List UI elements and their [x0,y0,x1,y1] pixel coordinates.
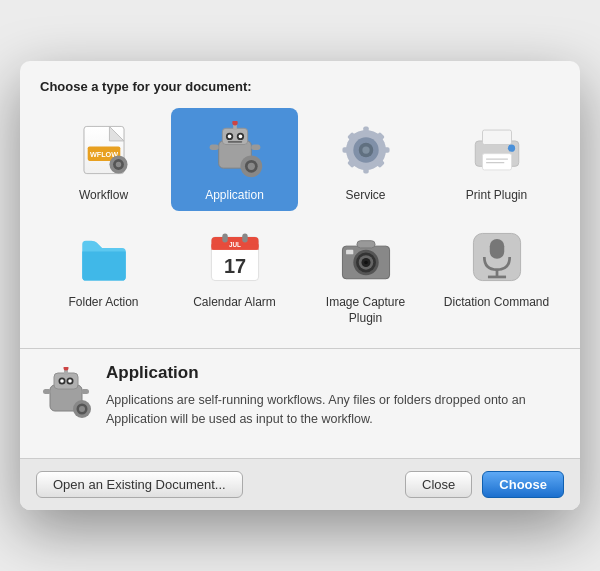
footer-right-buttons: Close Choose [405,471,564,498]
desc-title: Application [106,363,560,383]
workflow-icon-area: WFLOW [72,118,136,182]
svg-rect-26 [342,147,349,152]
grid-item-print-plugin[interactable]: Print Plugin [433,108,560,212]
print-icon [468,121,526,179]
grid-item-calendar-alarm[interactable]: JUL 17 Calendar Alarm [171,215,298,334]
workflow-icon: WFLOW [75,121,133,179]
camera-icon-area [334,225,398,289]
grid-item-image-capture[interactable]: Image Capture Plugin [302,215,429,334]
svg-point-63 [60,380,64,384]
grid-item-dictation[interactable]: Dictation Command [433,215,560,334]
svg-rect-15 [251,144,260,149]
desc-icon-area [40,367,92,419]
prompt-label: Choose a type for your document: [40,79,560,94]
svg-point-37 [507,144,514,151]
dictation-icon [468,228,526,286]
svg-rect-56 [489,239,504,259]
svg-rect-14 [209,144,218,149]
print-plugin-label: Print Plugin [466,188,527,204]
folder-action-label: Folder Action [68,295,138,311]
svg-rect-24 [363,126,368,133]
desc-text: Applications are self-running workflows.… [106,391,560,429]
svg-point-11 [227,134,231,138]
svg-point-12 [238,134,242,138]
folder-icon [75,228,133,286]
svg-point-52 [364,261,368,265]
service-label: Service [345,188,385,204]
document-type-dialog: Choose a type for your document: WFLOW [20,61,580,511]
calendar-icon-area: JUL 17 [203,225,267,289]
svg-rect-65 [43,389,51,394]
application-icon [206,121,264,179]
open-existing-button[interactable]: Open an Existing Document... [36,471,243,498]
grid-item-application[interactable]: Application [171,108,298,212]
svg-text:JUL: JUL [229,241,241,248]
service-icon [337,121,395,179]
svg-point-20 [247,162,254,169]
svg-point-33 [362,146,369,153]
workflow-label: Workflow [79,188,128,204]
service-icon-area [334,118,398,182]
desc-application-icon [40,367,92,419]
svg-text:17: 17 [223,256,245,278]
svg-point-17 [232,121,237,126]
svg-rect-27 [382,147,389,152]
svg-point-71 [79,406,85,412]
camera-icon [337,228,395,286]
calendar-icon: JUL 17 [206,228,264,286]
close-button[interactable]: Close [405,471,472,498]
image-capture-label: Image Capture Plugin [308,295,423,326]
svg-rect-25 [363,166,368,173]
application-icon-area [203,118,267,182]
svg-rect-54 [346,250,353,255]
application-label: Application [205,188,264,204]
description-section: Application Applications are self-runnin… [20,349,580,459]
svg-rect-53 [356,241,374,248]
folder-icon-area [72,225,136,289]
svg-rect-13 [227,141,242,143]
grid-item-workflow[interactable]: WFLOW Workflow [40,108,167,212]
svg-rect-60 [54,373,78,389]
type-selection-section: Choose a type for your document: WFLOW [20,61,580,350]
svg-rect-43 [222,234,227,243]
type-grid: WFLOW Workflow [40,108,560,335]
dictation-command-label: Dictation Command [444,295,549,311]
svg-rect-35 [482,130,511,145]
dialog-footer: Open an Existing Document... Close Choos… [20,459,580,510]
svg-rect-66 [81,389,89,394]
svg-rect-44 [242,234,247,243]
svg-point-6 [115,161,120,166]
svg-point-64 [68,380,72,384]
dictation-icon-area [465,225,529,289]
grid-item-service[interactable]: Service [302,108,429,212]
svg-rect-36 [482,153,511,169]
print-icon-area [465,118,529,182]
choose-button[interactable]: Choose [482,471,564,498]
desc-content: Application Applications are self-runnin… [106,363,560,429]
grid-item-folder-action[interactable]: Folder Action [40,215,167,334]
calendar-alarm-label: Calendar Alarm [193,295,276,311]
